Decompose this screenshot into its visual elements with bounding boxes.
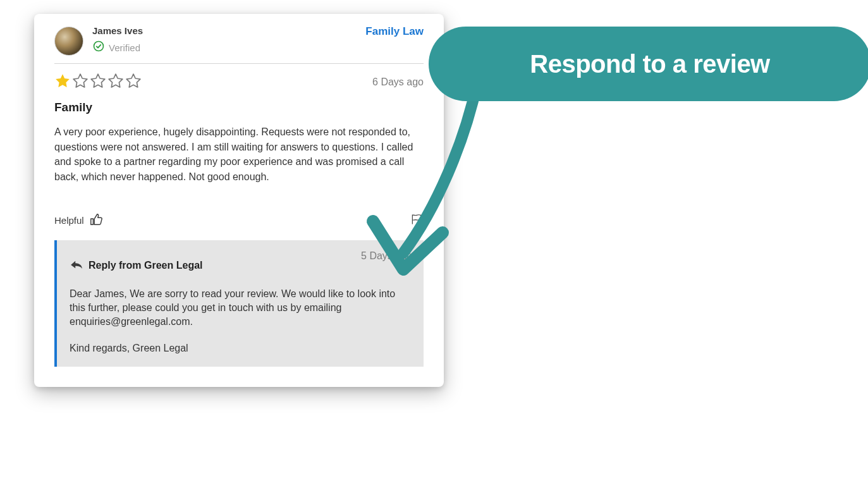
review-category-link[interactable]: Family Law	[365, 25, 424, 38]
star-filled-icon	[54, 73, 71, 92]
reply-block: Reply from Green Legal 5 Days ago Dear J…	[54, 240, 424, 367]
review-actions: Helpful	[54, 212, 424, 229]
reply-signoff: Kind regards, Green Legal	[70, 341, 412, 355]
star-empty-icon	[90, 73, 106, 92]
reply-from-label: Reply from Green Legal	[89, 260, 203, 271]
star-rating	[54, 73, 142, 92]
reviewer-meta: James Ives Verified	[92, 25, 143, 55]
callout-text: Respond to a review	[530, 50, 769, 78]
callout-bubble: Respond to a review	[429, 27, 868, 101]
review-body: A very poor experience, hugely disappoin…	[54, 125, 424, 185]
reviewer-block: James Ives Verified	[54, 25, 143, 56]
reviewer-avatar[interactable]	[54, 27, 83, 56]
reply-timestamp: 5 Days ago	[361, 250, 412, 262]
svg-point-0	[94, 42, 104, 51]
star-empty-icon	[107, 73, 124, 92]
reply-body: Dear James, We are sorry to read your re…	[70, 287, 412, 329]
rating-row: 6 Days ago	[54, 73, 424, 92]
flag-button[interactable]	[410, 213, 424, 228]
helpful-button[interactable]: Helpful	[54, 212, 103, 229]
flag-icon	[410, 217, 424, 228]
review-title: Family	[54, 101, 424, 114]
verified-label: Verified	[109, 42, 140, 53]
thumbs-up-icon	[89, 212, 103, 229]
verified-check-icon	[92, 40, 105, 55]
review-header: James Ives Verified Family Law	[54, 25, 424, 64]
reply-from-row: Reply from Green Legal	[70, 259, 203, 272]
review-card: James Ives Verified Family Law 6 Days ag…	[34, 14, 444, 387]
star-empty-icon	[125, 73, 142, 92]
review-timestamp: 6 Days ago	[372, 77, 424, 88]
reply-arrow-icon	[70, 259, 83, 272]
reply-header: Reply from Green Legal 5 Days ago	[70, 250, 412, 272]
helpful-label: Helpful	[54, 215, 84, 226]
reviewer-name: James Ives	[92, 25, 143, 36]
verified-row: Verified	[92, 40, 143, 55]
star-empty-icon	[72, 73, 89, 92]
